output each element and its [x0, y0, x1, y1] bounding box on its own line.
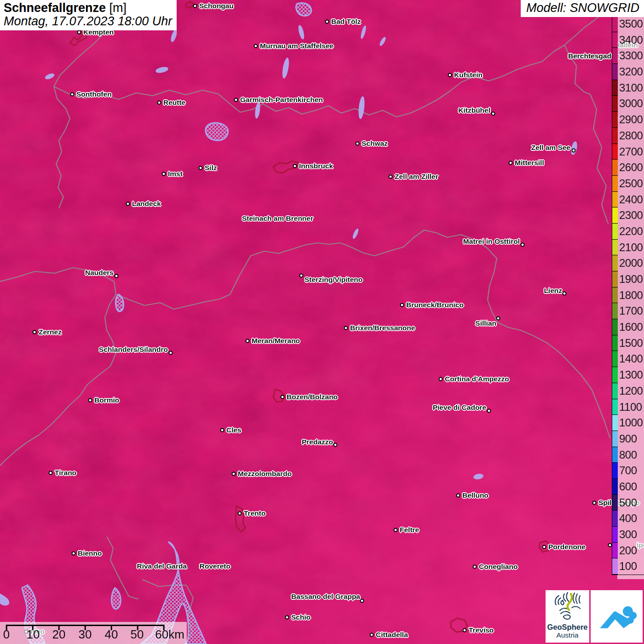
colorbar-swatch	[612, 335, 618, 351]
colorbar-swatch	[612, 351, 618, 367]
mountain-cloud-logo-icon	[596, 595, 638, 638]
city-label: Landeck	[132, 199, 161, 208]
city-dot-icon	[115, 274, 119, 278]
city-label: Pieve di Cadore	[433, 403, 486, 412]
city-dot-icon	[448, 73, 452, 77]
colorbar-row: 2700	[612, 144, 644, 160]
city-dot-icon	[394, 528, 398, 532]
distance-scalebar: 0102030405060km	[0, 622, 187, 644]
city-label: Steinach am Brenner	[242, 214, 313, 223]
city-dot-icon	[238, 512, 242, 516]
colorbar-row: 100	[612, 558, 644, 575]
city-dot-icon	[496, 316, 500, 321]
city-label: Kitzbühel	[458, 106, 490, 115]
colorbar-row: 1900	[612, 271, 644, 288]
colorbar-row: 1400	[612, 351, 644, 367]
geosphere-contours-icon	[551, 590, 585, 622]
scalebar-label: 40	[105, 627, 118, 642]
colorbar-swatch	[612, 96, 618, 112]
city-label: Cortina d'Ampezzo	[445, 374, 509, 384]
city-dot-icon	[157, 101, 161, 105]
scalebar-label: 0	[3, 627, 10, 642]
colorbar-row: 600	[612, 479, 644, 495]
colorbar-tick-label: 1500	[619, 335, 644, 351]
city-dot-icon	[344, 326, 348, 330]
colorbar-swatch	[612, 64, 618, 80]
city-label: Lienz	[544, 286, 562, 295]
city-dot-icon	[487, 409, 491, 413]
city-label: Sonthofen	[76, 90, 112, 99]
city-dot-icon	[356, 142, 360, 146]
colorbar-tick-label: 3400	[619, 32, 644, 48]
city-dot-icon	[193, 4, 197, 8]
city-dot-icon	[592, 501, 597, 505]
colorbar-tick-label: 1400	[619, 351, 644, 367]
city-label: Predazzo	[302, 437, 333, 447]
city-dot-icon	[293, 164, 297, 168]
colorbar-swatch	[612, 558, 618, 575]
city-label: Sillian	[475, 319, 496, 328]
colorbar-row: 3200	[612, 64, 644, 80]
colorbar-tick-label: 2000	[619, 255, 644, 271]
colorbar-swatch	[612, 463, 618, 479]
colorbar-tick-label: 1900	[619, 271, 644, 288]
colorbar-row: 1600	[612, 319, 644, 335]
colorbar-tick-label: 2700	[619, 144, 644, 160]
colorbar-swatch	[612, 80, 618, 96]
colorbar-tick-label: 3100	[619, 80, 644, 96]
city-label: Kufstein	[454, 70, 483, 80]
city-label: Sterzing/Vipiteno	[305, 275, 362, 284]
city-dot-icon	[232, 472, 236, 476]
colorbar-swatch	[612, 303, 618, 319]
city-label: Mezzolombardo	[238, 469, 292, 478]
scalebar-label: 10	[27, 627, 40, 642]
scalebar-label: 30	[79, 627, 92, 642]
city-dot-icon	[70, 92, 75, 97]
colorbar-row: 3400	[612, 32, 644, 48]
colorbar-row: 3000	[612, 96, 644, 112]
colorbar-tick-label: 2200	[619, 224, 644, 240]
colorbar-swatch	[612, 224, 618, 240]
colorbar-tick-label: 600	[619, 479, 644, 495]
colorbar-swatch	[612, 48, 618, 64]
colorbar-tick-label: 1600	[619, 319, 644, 335]
colorbar-swatch	[612, 447, 618, 463]
colorbar-tick-label: 2500	[619, 176, 644, 192]
colorbar-tick-label: 1100	[619, 399, 644, 415]
colorbar-swatch	[612, 128, 618, 144]
city-label: Imst	[168, 169, 183, 178]
colorbar-tick-label: 1700	[619, 303, 644, 319]
colorbar-swatch	[612, 319, 618, 335]
colorbar-row: 2500	[612, 176, 644, 192]
colorbar-row: 2800	[612, 128, 644, 144]
colorbar-tick-label: 1000	[619, 415, 644, 431]
colorbar-tick-label: 2300	[619, 207, 644, 224]
colorbar-swatch	[612, 479, 618, 495]
city-dot-icon	[162, 172, 166, 176]
title-box: Schneefallgrenze [m] Montag, 17.07.2023 …	[0, 0, 177, 30]
colorbar-swatch	[612, 431, 618, 447]
colorbar-tick-label: 800	[619, 447, 644, 463]
colorbar-swatch	[612, 527, 618, 543]
colorbar-tick-label: 1300	[619, 367, 644, 383]
colorbar-swatch	[612, 176, 618, 192]
colorbar-row: 2900	[612, 112, 644, 128]
colorbar-tick-label: 2900	[619, 112, 644, 128]
city-dot-icon	[72, 552, 76, 556]
city-label: Garmisch-Partenkirchen	[240, 95, 323, 104]
colorbar-row: 900	[612, 431, 644, 447]
colorbar-row: 400	[612, 511, 644, 527]
colorbar-row: 1700	[612, 303, 644, 319]
colorbar-tick-label: 500	[619, 495, 644, 511]
city-dot-icon	[169, 351, 173, 355]
city-label: Zernez	[39, 328, 62, 337]
colorbar-swatch	[612, 288, 618, 304]
colorbar-swatch	[612, 495, 618, 511]
geosphere-wordmark: GeoSphere	[546, 623, 589, 631]
colorbar-row: 3100	[612, 80, 644, 96]
city-dot-icon	[491, 112, 495, 116]
city-dot-icon	[572, 149, 576, 153]
city-dot-icon	[389, 175, 393, 179]
colorbar-tick-label: 2400	[619, 192, 644, 208]
city-label: Murnau am Staffelsee	[260, 41, 334, 51]
